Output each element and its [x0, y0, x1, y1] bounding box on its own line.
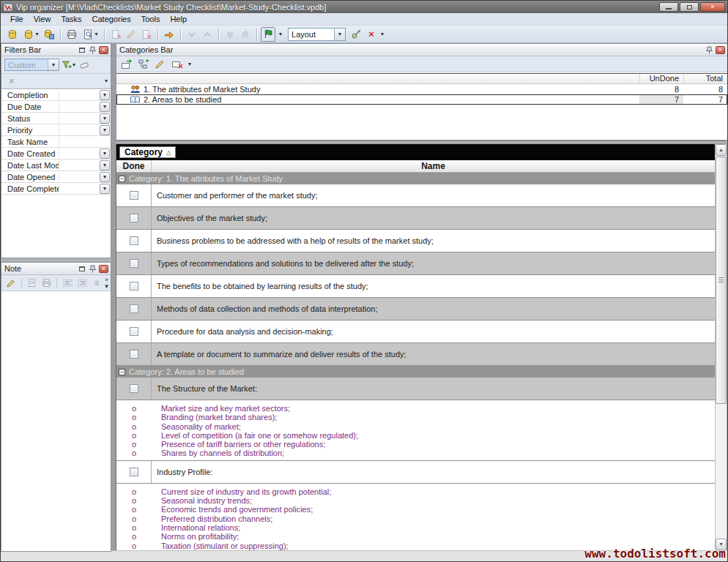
remove-filter-icon[interactable]: ×	[9, 75, 15, 86]
filters-overflow-dropdown[interactable]: ▾	[105, 78, 108, 84]
move-down-icon[interactable]	[185, 27, 199, 42]
scroll-up-button[interactable]: ▴	[716, 144, 727, 156]
new-database-icon[interactable]	[5, 27, 20, 42]
task-name: Industry Profile:	[152, 461, 715, 483]
categories-pin-icon[interactable]	[705, 46, 714, 54]
task-row[interactable]: Industry Profile:	[116, 461, 715, 484]
task-checkbox[interactable]	[130, 236, 138, 245]
customize-layout-icon[interactable]	[349, 27, 363, 42]
task-checkbox[interactable]	[130, 350, 138, 359]
filter-flag-icon[interactable]	[261, 27, 275, 42]
filters-pin-icon[interactable]	[88, 46, 97, 54]
filter-dropdown-button[interactable]: ▾	[100, 160, 110, 171]
group-by-category-button[interactable]: Category △	[119, 146, 176, 158]
task-checkbox[interactable]	[130, 384, 138, 393]
note-close-icon[interactable]: ×	[99, 265, 108, 273]
filter-dropdown-button[interactable]: ▾	[100, 113, 110, 124]
new-subcategory-icon[interactable]	[136, 57, 151, 72]
note-align-left-icon[interactable]	[61, 276, 74, 291]
print-preview-icon[interactable]: ▾	[80, 27, 100, 42]
task-row[interactable]: Objectives of the market study;	[116, 207, 715, 230]
clear-layout-icon[interactable]: ×	[364, 27, 379, 42]
scrollbar-thumb[interactable]	[716, 157, 727, 404]
menu-tools[interactable]: Tools	[136, 14, 166, 24]
layout-combobox-dropdown[interactable]: ▾	[334, 29, 345, 40]
task-row[interactable]: The benefits to be obtained by learning …	[116, 275, 715, 298]
print-icon[interactable]	[64, 27, 79, 42]
note-preview-icon[interactable]	[26, 276, 39, 291]
note-pin-icon[interactable]	[88, 265, 97, 273]
vertical-scrollbar[interactable]: ▴ ▾	[715, 144, 727, 550]
task-checkbox[interactable]	[130, 327, 138, 336]
toolbar-overflow-dropdown[interactable]: ▾	[381, 31, 384, 37]
filter-dropdown-button[interactable]: ▾	[100, 125, 110, 135]
column-name[interactable]: Name	[152, 160, 715, 172]
task-row[interactable]: Methods of data collection and methods o…	[116, 298, 715, 321]
filter-dropdown-button[interactable]: ▾	[100, 149, 110, 159]
menu-view[interactable]: View	[29, 14, 56, 24]
filters-close-icon[interactable]: ×	[99, 46, 108, 54]
new-category-icon[interactable]	[119, 57, 134, 72]
note-print-icon[interactable]	[40, 276, 53, 291]
task-row[interactable]: Procedure for data analysis and decision…	[116, 321, 715, 343]
task-row[interactable]: Business problems to be addressed with a…	[116, 230, 715, 252]
close-button[interactable]: ×	[700, 2, 725, 12]
task-checkbox[interactable]	[130, 259, 138, 268]
move-up-icon[interactable]	[200, 27, 215, 42]
restore-button[interactable]	[680, 2, 699, 12]
delete-category-icon[interactable]	[170, 57, 185, 72]
filter-row-date-last-modified: Date Last Modified ▾	[1, 160, 111, 171]
filter-flag-dropdown[interactable]: ▾	[279, 31, 282, 37]
categories-toolbar-dropdown[interactable]: ▾	[188, 61, 191, 67]
category-row-2[interactable]: 2. Areas to be studied 7 7	[116, 94, 727, 105]
collapse-icon[interactable]: −	[119, 369, 125, 375]
note-overflow-dropdown[interactable]: ▾	[105, 283, 108, 290]
menu-categories[interactable]: Categories	[87, 14, 136, 24]
task-checkbox[interactable]	[130, 468, 138, 476]
menu-help[interactable]: Help	[165, 14, 192, 24]
note-content[interactable]	[1, 293, 111, 551]
column-undone[interactable]: UnDone	[639, 74, 683, 83]
task-row[interactable]: A template or document to summarize and …	[116, 343, 715, 366]
move-bottom-icon[interactable]	[223, 27, 237, 42]
delete-task-icon[interactable]	[139, 27, 154, 42]
filter-dropdown-button[interactable]: ▾	[100, 102, 110, 112]
note-align-right-icon[interactable]	[75, 276, 89, 291]
group-header-1[interactable]: − Category: 1. The attributes of Market …	[116, 173, 715, 184]
filter-dropdown-button[interactable]: ▾	[100, 172, 110, 182]
task-row[interactable]: The Structure of the Market:	[116, 378, 715, 400]
layout-combobox[interactable]: Layout ▾	[288, 28, 346, 41]
save-database-icon[interactable]	[42, 27, 56, 42]
apply-filter-icon[interactable]: ▾	[59, 58, 77, 72]
clear-filter-icon[interactable]	[77, 58, 92, 72]
edit-category-icon[interactable]	[153, 57, 168, 72]
note-restore-icon[interactable]	[77, 265, 86, 273]
categories-close-icon[interactable]: ×	[716, 46, 725, 54]
menu-file[interactable]: File	[5, 14, 29, 24]
filter-preset-dropdown[interactable]: ▾	[48, 59, 59, 70]
column-total[interactable]: Total	[683, 74, 727, 83]
filters-restore-icon[interactable]	[77, 46, 86, 54]
collapse-icon[interactable]: −	[119, 176, 125, 182]
complete-task-icon[interactable]	[162, 27, 177, 42]
column-done[interactable]: Done	[116, 160, 152, 172]
menu-tasks[interactable]: Tasks	[56, 14, 86, 24]
filter-dropdown-button[interactable]: ▾	[100, 184, 110, 194]
task-checkbox[interactable]	[130, 214, 138, 222]
task-checkbox[interactable]	[130, 304, 138, 313]
task-checkbox[interactable]	[130, 282, 138, 291]
open-database-icon[interactable]: ▾	[21, 27, 41, 42]
group-header-2[interactable]: − Category: 2. Areas to be studied	[116, 366, 715, 378]
filter-preset-combobox[interactable]: Custom ▾	[4, 59, 59, 71]
note-edit-icon[interactable]	[4, 276, 18, 291]
edit-task-icon[interactable]	[124, 27, 138, 42]
add-task-icon[interactable]	[108, 27, 123, 42]
minimize-button[interactable]	[659, 2, 678, 12]
move-top-icon[interactable]	[238, 27, 253, 42]
task-row[interactable]: Types of recommendations and solutions t…	[116, 252, 715, 275]
note-bullet-list-icon[interactable]: ≡	[90, 276, 103, 291]
filter-dropdown-button[interactable]: ▾	[100, 90, 110, 100]
task-row[interactable]: Customer and performer of the market stu…	[116, 184, 715, 207]
task-checkbox[interactable]	[130, 191, 138, 200]
category-row-1[interactable]: 1. The attributes of Market Study 8 8	[116, 84, 727, 94]
